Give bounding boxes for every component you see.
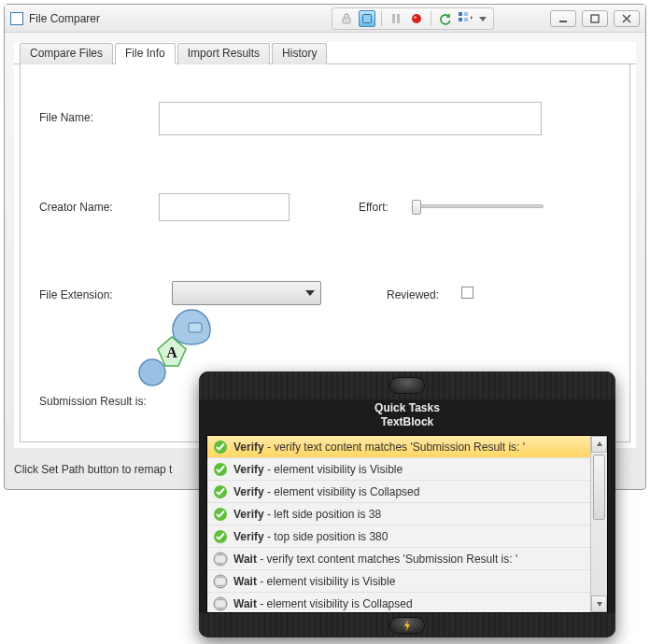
wait-icon [213, 596, 228, 611]
wait-icon [213, 552, 228, 567]
lock-icon[interactable] [338, 10, 355, 27]
svg-rect-8 [464, 12, 468, 16]
titlebar: File Comparer [5, 5, 645, 33]
options-icon[interactable] [458, 10, 474, 27]
quick-tasks-scrollbar[interactable] [590, 436, 607, 612]
quick-task-label: Wait - verify text content matches 'Subm… [233, 553, 517, 566]
quick-tasks-list: Verify - verify text content matches 'Su… [206, 435, 608, 613]
quick-tasks-top-gutter [199, 371, 615, 399]
quick-tasks-panel: Quick Tasks TextBlock Verify - verify te… [199, 371, 615, 637]
file-name-input[interactable] [159, 102, 542, 135]
wait-icon [213, 574, 228, 589]
svg-rect-7 [459, 18, 462, 21]
quick-tasks-action-button[interactable] [389, 617, 425, 634]
verify-icon [213, 484, 228, 499]
scroll-down-button[interactable] [591, 595, 607, 612]
quick-task-item[interactable]: Wait - verify text content matches 'Subm… [207, 548, 590, 570]
quick-task-label: Verify - element visibility is Visible [233, 463, 403, 476]
quick-task-label: Verify - top side position is 380 [233, 530, 388, 543]
reviewed-checkbox[interactable] [461, 287, 473, 299]
app-icon [10, 12, 23, 25]
quick-task-label: Wait - element visibility is Visible [233, 575, 395, 588]
toolbar-dropdown-icon[interactable] [478, 10, 488, 27]
close-button[interactable] [614, 10, 640, 27]
pause-icon[interactable] [388, 10, 404, 27]
svg-rect-2 [392, 14, 395, 23]
tab-compare-files[interactable]: Compare Files [20, 43, 113, 64]
highlight-icon[interactable] [359, 10, 375, 27]
creator-name-input[interactable] [159, 193, 290, 221]
quick-tasks-title-line1: Quick Tasks [199, 401, 615, 415]
window-title: File Comparer [29, 12, 100, 25]
tab-file-info[interactable]: File Info [115, 43, 176, 64]
quick-task-item[interactable]: Verify - top side position is 380 [207, 525, 590, 548]
scroll-up-button[interactable] [591, 436, 607, 453]
svg-point-21 [216, 553, 225, 563]
record-icon[interactable] [408, 10, 425, 27]
quick-task-label: Verify - left side position is 38 [233, 508, 381, 521]
verify-icon [213, 462, 228, 477]
verify-icon [213, 529, 228, 544]
quick-task-item[interactable]: Wait - element visibility is Collapsed [207, 593, 590, 613]
effort-label: Effort: [359, 201, 389, 214]
maximize-button[interactable] [582, 10, 608, 27]
recorder-toolbar [332, 7, 494, 30]
tabstrip: Compare Files File Info Import Results H… [14, 42, 636, 64]
chevron-down-icon [305, 290, 315, 296]
quick-task-item[interactable]: Wait - element visibility is Visible [207, 570, 590, 593]
submission-result-label: Submission Result is: [39, 395, 147, 408]
quick-task-item[interactable]: Verify - left side position is 38 [207, 503, 590, 525]
svg-point-25 [216, 598, 225, 608]
quick-task-item[interactable]: Verify - verify text content matches 'Su… [207, 436, 590, 458]
minimize-button[interactable] [550, 10, 576, 27]
creator-name-label: Creator Name: [39, 201, 113, 214]
quick-task-label: Wait - element visibility is Collapsed [233, 597, 413, 610]
svg-point-23 [216, 576, 225, 585]
quick-task-item[interactable]: Verify - element visibility is Collapsed [207, 481, 590, 503]
svg-rect-0 [343, 18, 350, 23]
file-extension-combo[interactable] [172, 281, 321, 305]
status-text: Click Set Path button to remap t [14, 463, 172, 476]
svg-rect-3 [397, 14, 400, 23]
tab-import-results[interactable]: Import Results [177, 43, 270, 64]
quick-tasks-grip[interactable] [389, 377, 425, 394]
svg-rect-9 [464, 18, 468, 21]
reviewed-label: Reviewed: [387, 288, 439, 301]
refresh-icon[interactable] [437, 10, 454, 27]
svg-rect-10 [559, 21, 567, 22]
verify-icon [213, 507, 228, 522]
window-controls [550, 10, 640, 27]
quick-task-item[interactable]: Verify - element visibility is Visible [207, 458, 590, 481]
verify-icon [213, 440, 228, 455]
quick-tasks-title-line2: TextBlock [199, 415, 615, 429]
quick-tasks-bottom-gutter [199, 613, 615, 637]
tab-history[interactable]: History [272, 43, 327, 64]
quick-task-label: Verify - element visibility is Collapsed [233, 485, 419, 498]
effort-slider[interactable] [413, 204, 544, 208]
file-extension-label: File Extension: [39, 288, 113, 301]
quick-task-label: Verify - verify text content matches 'Su… [233, 441, 525, 454]
svg-rect-11 [591, 15, 599, 22]
quick-tasks-title: Quick Tasks TextBlock [199, 399, 615, 435]
svg-point-4 [412, 14, 421, 23]
svg-rect-1 [363, 14, 372, 22]
effort-slider-thumb[interactable] [412, 200, 421, 215]
scroll-thumb[interactable] [593, 455, 605, 520]
file-name-label: File Name: [39, 111, 93, 124]
svg-point-5 [414, 16, 417, 19]
svg-rect-6 [459, 12, 462, 16]
